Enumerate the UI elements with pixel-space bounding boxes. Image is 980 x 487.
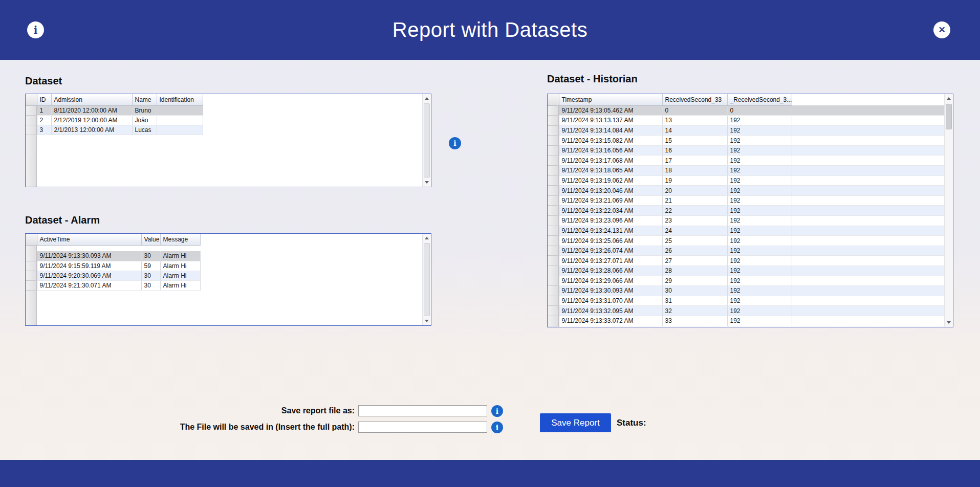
row-header[interactable] [26,261,37,271]
row-header[interactable] [548,136,559,146]
row-header[interactable] [548,246,559,256]
column-header[interactable]: Identification [157,94,203,105]
table-row[interactable]: 9/11/2024 9:13:23.096 AM23192 [548,216,944,226]
row-header[interactable] [548,266,559,276]
row-header[interactable] [548,316,559,326]
table-row[interactable]: 9/11/2024 9:13:16.056 AM16192 [548,145,944,156]
select-all-corner[interactable] [26,234,37,245]
row-header[interactable] [26,271,37,280]
table-row[interactable]: 9/11/2024 9:13:33.072 AM33192 [548,316,944,326]
table-row[interactable]: 9/11/2024 9:13:19.062 AM19192 [548,175,944,186]
row-header[interactable] [548,276,559,286]
path-info-icon[interactable]: i [491,422,503,433]
grid-cell: 18 [662,166,727,176]
table-row[interactable]: 9/11/2024 9:13:32.095 AM32192 [548,306,944,316]
row-header[interactable] [548,125,559,136]
table-row[interactable]: 9/11/2024 9:13:18.065 AM18192 [548,166,944,176]
table-row[interactable]: 9/11/2024 9:13:17.068 AM17192 [548,156,944,166]
scroll-thumb[interactable] [946,104,952,129]
grid-cell [157,125,203,135]
table-row[interactable]: 9/11/2024 9:13:05.462 AM00 [548,105,944,116]
row-header[interactable] [548,306,559,316]
row-header[interactable] [26,251,37,261]
row-header[interactable] [548,166,559,176]
save-report-button[interactable]: Save Report [540,413,611,432]
row-header[interactable] [548,206,559,216]
row-header[interactable] [26,125,37,135]
path-input[interactable] [358,422,487,433]
row-header[interactable] [548,175,559,186]
table-row[interactable]: 9/11/2024 9:13:15.082 AM15192 [548,136,944,146]
row-header[interactable] [548,256,559,266]
table-row[interactable]: 9/11/2024 9:13:29.066 AM29192 [548,276,944,286]
table-row[interactable]: 9/11/2024 9:13:20.046 AM20192 [548,186,944,196]
table-row[interactable]: 9/11/2024 9:20:30.069 AM30Alarm Hi [26,271,422,280]
row-header[interactable] [548,286,559,296]
table-row[interactable]: 9/11/2024 9:13:14.084 AM14192 [548,125,944,136]
table-row[interactable]: 9/11/2024 9:13:21.069 AM21192 [548,195,944,206]
scroll-down-icon[interactable] [423,178,431,187]
table-row[interactable]: 9/11/2024 9:21:30.071 AM30Alarm Hi [26,280,422,290]
dataset-info-icon[interactable]: i [449,137,461,149]
scroll-down-icon[interactable] [945,318,953,327]
column-header[interactable]: ActiveTime [37,234,141,245]
scroll-up-icon[interactable] [423,94,431,103]
row-header[interactable] [548,195,559,206]
table-row[interactable]: 18/11/2020 12:00:00 AMBruno [26,105,422,115]
column-header[interactable]: _ReceivedSecond_3... [727,94,792,105]
dataset-scrollbar[interactable] [422,94,431,187]
scroll-track[interactable] [423,242,431,317]
scroll-down-icon[interactable] [423,317,431,325]
column-header[interactable]: Timestamp [559,94,662,105]
row-header[interactable] [548,105,559,116]
title-bar: i Report with Datasets ✕ [0,0,980,60]
historian-grid[interactable]: TimestampReceivedSecond_33_ReceivedSecon… [547,94,953,327]
table-row[interactable]: 9/11/2024 9:13:30.093 AM30192 [548,286,944,296]
save-as-input[interactable] [358,405,487,416]
alarm-scrollbar[interactable] [422,234,431,325]
table-row[interactable]: 9/11/2024 9:13:28.066 AM28192 [548,266,944,276]
row-header[interactable] [548,186,559,196]
row-header[interactable] [548,216,559,226]
save-as-info-icon[interactable]: i [491,405,503,417]
row-header[interactable] [548,226,559,236]
table-row[interactable]: 9/11/2024 9:15:59.119 AM59Alarm Hi [26,261,422,271]
column-header[interactable]: Message [160,234,200,245]
row-header[interactable] [548,236,559,246]
table-row[interactable]: 9/11/2024 9:13:31.070 AM31192 [548,296,944,306]
row-header[interactable] [26,280,37,290]
scroll-up-icon[interactable] [945,94,953,103]
table-row[interactable]: 9/11/2024 9:13:13.137 AM13192 [548,116,944,126]
row-header[interactable] [26,105,37,115]
close-icon[interactable]: ✕ [933,21,950,38]
column-header[interactable]: ID [37,94,51,105]
table-row[interactable]: 9/11/2024 9:13:26.074 AM26192 [548,246,944,256]
grid-cell: 2/1/2013 12:00:00 AM [51,125,132,135]
column-header[interactable]: Admission [51,94,132,105]
table-row[interactable]: 22/12/2019 12:00:00 AMJoão [26,115,422,125]
row-header[interactable] [26,115,37,125]
row-header[interactable] [548,116,559,126]
scroll-track[interactable] [945,103,953,318]
table-row[interactable]: 9/11/2024 9:13:24.131 AM24192 [548,226,944,236]
row-header[interactable] [548,145,559,156]
table-row[interactable]: 32/1/2013 12:00:00 AMLucas [26,125,422,135]
historian-scrollbar[interactable] [944,94,953,327]
column-header[interactable]: ReceivedSecond_33 [662,94,727,105]
scroll-up-icon[interactable] [423,234,431,242]
alarm-grid[interactable]: ActiveTimeValueMessage9/11/2024 9:13:30.… [25,233,431,326]
scroll-track[interactable] [423,103,431,178]
scroll-thumb[interactable] [424,103,430,178]
select-all-corner[interactable] [548,94,559,105]
table-row[interactable]: 9/11/2024 9:13:30.093 AM30Alarm Hi [26,251,422,261]
scroll-thumb[interactable] [424,243,430,316]
table-row[interactable]: 9/11/2024 9:13:25.066 AM25192 [548,236,944,246]
table-row[interactable]: 9/11/2024 9:13:22.034 AM22192 [548,206,944,216]
select-all-corner[interactable] [26,94,37,105]
column-header[interactable]: Value [141,234,160,245]
row-header[interactable] [548,296,559,306]
row-header[interactable] [548,156,559,166]
dataset-grid[interactable]: IDAdmissionNameIdentification18/11/2020 … [25,94,431,187]
column-header[interactable]: Name [132,94,157,105]
table-row[interactable]: 9/11/2024 9:13:27.071 AM27192 [548,256,944,266]
